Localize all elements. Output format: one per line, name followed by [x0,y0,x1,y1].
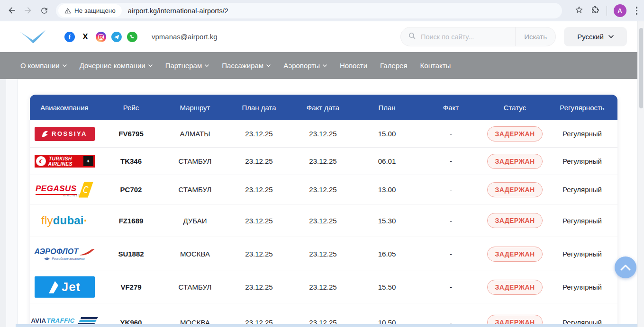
status-badge: ЗАДЕРЖАН [487,247,543,262]
plan-date: 23.12.25 [227,250,291,258]
left-gutter [0,79,18,327]
aeroflot-wing-icon [80,249,95,256]
plan-time: 13.00 [355,186,419,194]
route: СТАМБУЛ [163,186,227,194]
route: СТАМБУЛ [163,157,227,165]
plan-time: 15.00 [355,130,419,138]
page-scrollbar[interactable] [637,21,644,327]
fact-date: 23.12.25 [291,130,355,138]
security-chip-label: Не защищено [74,7,116,14]
plan-time: 16.05 [355,250,419,258]
address-bar[interactable]: Не защищено airport.kg/international-air… [56,3,562,18]
main-navigation: О компании Дочерние компании Партнерам П… [0,52,644,79]
scrollbar-thumb[interactable] [639,28,643,108]
flight-number: FZ1689 [99,217,163,225]
route: МОСКВА [163,250,227,258]
turkish-anniversary-icon: ✦ [83,156,93,166]
turkish-bird-icon [38,158,44,164]
chevron-down-icon [205,64,209,67]
browser-toolbar: Не защищено airport.kg/international-air… [0,0,644,21]
regularity: Регулярный [547,157,617,165]
plan-date: 23.12.25 [227,130,291,138]
search-icon [408,32,416,42]
flight-number: SU1882 [99,250,163,258]
plan-date: 23.12.25 [227,186,291,194]
chrome-menu-icon[interactable] [633,7,641,15]
forward-icon[interactable] [20,2,36,18]
nav-item-about[interactable]: О компании [20,62,67,70]
reload-icon[interactable] [36,2,52,18]
chevron-up-icon [620,265,631,271]
page-content: Авиакомпания Рейс Маршрут План дата Факт… [0,79,644,327]
nav-item-subsidiaries[interactable]: Дочерние компании [80,62,153,70]
whatsapp-icon[interactable] [127,32,137,42]
airline-logo-turkish-airlines: TURKISH AIRLINES ✦ [30,155,99,168]
column-header-status: Статус [483,104,547,112]
table-row: АЭРОФЛОТ Российские авиалинии SU1882 МОС… [30,237,617,271]
footer-accent-bar [16,324,644,327]
facebook-icon[interactable]: f [64,32,75,42]
search-input[interactable] [421,33,515,41]
status-badge: ЗАДЕРЖАН [487,213,543,228]
column-header-regularity: Регулярность [547,104,617,112]
chevron-down-icon [148,64,153,67]
nav-item-passengers[interactable]: Пассажирам [222,62,271,70]
warning-icon [64,8,71,14]
site-logo[interactable] [19,28,46,46]
column-header-plan-date: План дата [227,104,291,112]
table-header-row: Авиакомпания Рейс Маршрут План дата Факт… [30,95,617,120]
ajet-a-icon [48,281,60,294]
airline-logo-aeroflot: АЭРОФЛОТ Российские авиалинии [30,247,99,260]
aeroflot-emblem-icon [44,257,50,260]
plan-date: 23.12.25 [227,217,291,225]
plan-time: 15.50 [355,283,419,291]
chevron-down-icon [608,35,614,38]
fact-time: - [419,130,483,138]
plan-time: 15.30 [355,217,419,225]
fact-date: 23.12.25 [291,157,355,165]
x-twitter-icon[interactable]: X [80,32,91,42]
column-header-plan: План [355,104,419,112]
nav-item-gallery[interactable]: Галерея [380,62,408,70]
instagram-icon[interactable] [96,32,106,42]
rossiya-r-icon [42,130,48,138]
search-button[interactable]: Искать [516,33,555,41]
column-header-flight: Рейс [99,104,163,112]
back-icon[interactable] [4,2,20,18]
profile-avatar[interactable]: A [614,4,626,17]
extensions-icon[interactable] [590,5,600,17]
nav-item-news[interactable]: Новости [340,62,367,70]
scroll-to-top-button[interactable] [615,256,636,278]
fact-time: - [419,217,483,225]
telegram-icon[interactable] [111,32,122,42]
nav-item-contacts[interactable]: Контакты [420,62,451,70]
flights-table: Авиакомпания Рейс Маршрут План дата Факт… [30,95,617,327]
social-links: f X [64,32,137,42]
airline-logo-rossiya: ROSSIYA [30,127,99,141]
regularity: Регулярный [547,283,617,291]
regularity: Регулярный [547,217,617,225]
fact-time: - [419,186,483,194]
bookmark-star-icon[interactable] [574,5,584,17]
plan-time: 06.01 [355,157,419,165]
flight-number: TK346 [99,157,163,165]
airline-logo-pegasus: PEGASUS AIRLINES [30,181,99,198]
column-header-airline: Авиакомпания [30,104,99,112]
route: АЛМАТЫ [163,130,227,138]
security-chip[interactable]: Не защищено [58,4,122,17]
column-header-route: Маршрут [163,104,227,112]
nav-item-partners[interactable]: Партнерам [165,62,209,70]
table-row: Jet VF279 СТАМБУЛ 23.12.25 23.12.25 15.5… [30,271,617,303]
fact-time: - [419,157,483,165]
contact-email[interactable]: vpmanas@airport.kg [152,33,218,41]
aviatraffic-flag-icon [77,317,98,325]
route: ДУБАИ [163,217,227,225]
fact-date: 23.12.25 [291,217,355,225]
fact-time: - [419,283,483,291]
chevron-down-icon [323,64,327,67]
site-search: Искать [400,27,556,46]
column-header-fact-date: Факт дата [291,104,355,112]
table-row: flydubai· FZ1689 ДУБАИ 23.12.25 23.12.25… [30,204,617,237]
nav-item-airports[interactable]: Аэропорты [283,62,327,70]
language-selector[interactable]: Русский [564,27,627,46]
